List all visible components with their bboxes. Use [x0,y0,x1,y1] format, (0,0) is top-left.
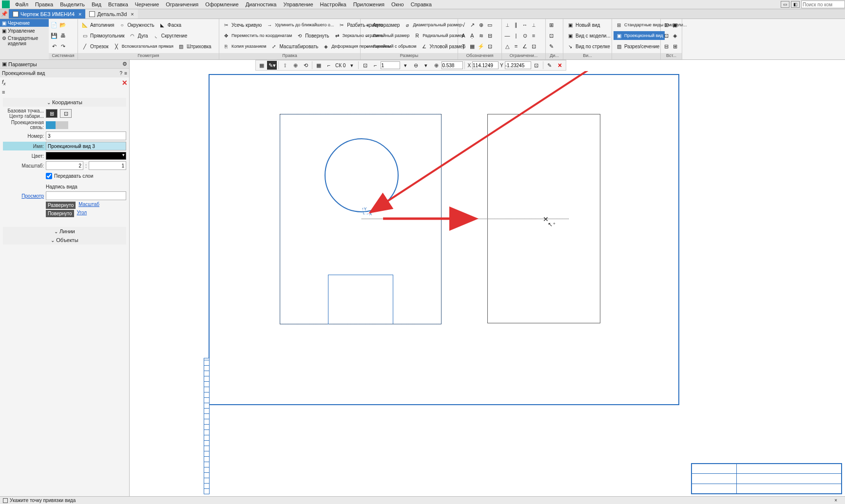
open-icon[interactable]: 📂 [59,21,67,29]
status-close-icon[interactable]: × [834,498,837,503]
scale-b-input[interactable] [89,161,126,170]
menu-help[interactable]: Справка [407,1,435,7]
newview-button[interactable]: ▣Новый вид [565,20,601,29]
menubar: Файл Правка Выделить Вид Вставка Черчени… [0,0,845,9]
notch-feature [328,275,393,324]
construction-button[interactable]: ╳Вспомогательная прямая [111,42,175,51]
scale-input[interactable] [381,61,400,69]
pen-icon[interactable]: ✎▾ [267,61,277,70]
diameter-button[interactable]: ⌀Диаметральный размер [402,20,463,29]
tab-part[interactable]: Деталь.m3d × [85,9,137,19]
menu-file[interactable]: Файл [12,1,32,7]
window-cascade-icon[interactable]: ◧ [791,1,800,8]
autodim-button[interactable]: ↔Авторазмер [362,20,401,29]
undo-icon[interactable]: ↶ [50,42,58,50]
hatch-button[interactable]: ▨Штриховка [176,42,213,51]
projection-link-toggle[interactable] [46,121,68,129]
text-button[interactable]: T [460,42,467,50]
projection-view-button[interactable]: ▣Проекционный вид [614,31,665,40]
linearbreak-button[interactable]: ↔Линейный с обрывом [362,42,418,51]
pin-icon[interactable]: 📌 [0,9,9,19]
menu-settings[interactable]: Настройка [317,1,350,7]
window-tile-icon[interactable]: ▭ [781,1,789,8]
section-lines[interactable]: Линии [3,227,126,236]
search-input[interactable] [801,0,845,8]
circle-button[interactable]: ○Окружность [117,20,156,29]
transfer-layers-checkbox[interactable]: Передавать слои [46,173,126,179]
status-icon [3,498,8,503]
close-icon[interactable]: × [122,78,127,88]
tab-drawing[interactable]: Чертеж БЕЗ ИМЕНИ4 × [9,9,85,19]
menu-format[interactable]: Оформление [202,1,242,7]
fx-icon[interactable]: fx [2,79,6,86]
chamfer-button[interactable]: ◣Фаска [157,20,183,29]
redo-icon[interactable]: ↷ [59,42,67,50]
new-icon[interactable]: 📄 [50,21,58,29]
arc-button[interactable]: ◠Дуга [127,31,150,40]
linear-button[interactable]: ↔Линейный размер [362,31,411,40]
zoom-input[interactable] [442,61,463,69]
rect-button[interactable]: ▭Прямоугольник [79,31,126,40]
menu-edit[interactable]: Правка [32,1,57,7]
menu-view[interactable]: Вид [88,1,105,7]
preview-input[interactable] [46,191,126,200]
menu-manage[interactable]: Управление [280,1,316,7]
construction-line [362,219,569,219]
gear-icon[interactable]: ⚙ [122,61,127,67]
menu-icon[interactable]: ≡ [124,71,127,76]
menu-apps[interactable]: Приложения [350,1,388,7]
menu-insert[interactable]: Вставка [105,1,132,7]
x-input[interactable] [472,61,499,69]
move-button[interactable]: ✥Переместить по координатам [221,31,293,40]
basepoint-icon[interactable]: ⊞ [46,109,58,118]
menu-select[interactable]: Выделить [57,1,88,7]
autoline-button[interactable]: 📐Автолиния [79,20,116,29]
group-label: Геометрия [78,53,219,59]
close-icon[interactable]: × [131,11,134,17]
print-icon[interactable]: 🖶 [59,32,67,39]
angle-link[interactable]: Угол [77,210,87,217]
modelview-button[interactable]: ▣Вид с модели... [565,31,612,40]
surface-icon[interactable]: √ [460,21,467,29]
menu-diag[interactable]: Диагностика [242,1,280,7]
copy-button[interactable]: ⎘Копия указанием [221,42,268,51]
menu-constraints[interactable]: Ограничения [162,1,202,7]
section-button[interactable]: ▨Разрез/сечение [614,42,661,51]
number-input[interactable] [46,131,126,140]
fillet-button[interactable]: ◟Скругление [151,31,189,40]
close-icon[interactable]: × [78,11,81,17]
trim-button[interactable]: ✂Усечь кривую [221,20,263,29]
drawing-canvas[interactable]: ↑Y└→X ✕ ↖⁺ [130,71,845,497]
part-icon [89,11,95,17]
list-icon[interactable]: ≡ [2,89,5,95]
menu-drawing[interactable]: Черчение [132,1,163,7]
save-icon[interactable]: 💾 [50,32,58,39]
title-block[interactable] [691,463,842,494]
panel-title: ▣ Параметры ⚙ [0,60,129,69]
section-objects[interactable]: Объекты [3,236,126,244]
menu-window[interactable]: Окно [388,1,407,7]
scale-link[interactable]: Масштаб [78,202,99,209]
arrowview-button[interactable]: ↘Вид по стрелке [565,42,612,51]
scale-button[interactable]: ⤢Масштабировать [269,42,320,51]
section-coords[interactable]: Координаты [3,98,126,107]
snap-icon[interactable]: ⟟ [280,61,290,70]
ribtab-drawing[interactable]: ▣Черчение [0,19,49,27]
zoomout-icon[interactable]: ⊖ [411,61,421,70]
zoomin-icon[interactable]: ⊕ [431,61,441,70]
color-select[interactable] [46,152,126,160]
preview-link[interactable]: Просмотр [21,193,44,199]
extend-button[interactable]: →Удлинить до ближайшего о... [264,20,335,29]
ribtab-standard[interactable]: ⚙Стандартные изделия [0,35,49,59]
name-input[interactable] [46,142,126,150]
help-icon[interactable]: ? [120,71,123,76]
segment-button[interactable]: ╱Отрезок [79,42,110,51]
ribtab-manage[interactable]: ▣Управление [0,27,49,35]
scale-a-input[interactable] [46,161,83,170]
centerpoint-icon[interactable]: ⊡ [60,109,72,118]
y-input[interactable] [505,61,531,69]
grid-icon[interactable]: ▦ [257,61,267,70]
radial-button[interactable]: RРадиальный размер [412,31,465,40]
cancel-icon[interactable]: × [555,61,565,70]
rotate-button[interactable]: ⟲Повернуть [294,31,330,40]
